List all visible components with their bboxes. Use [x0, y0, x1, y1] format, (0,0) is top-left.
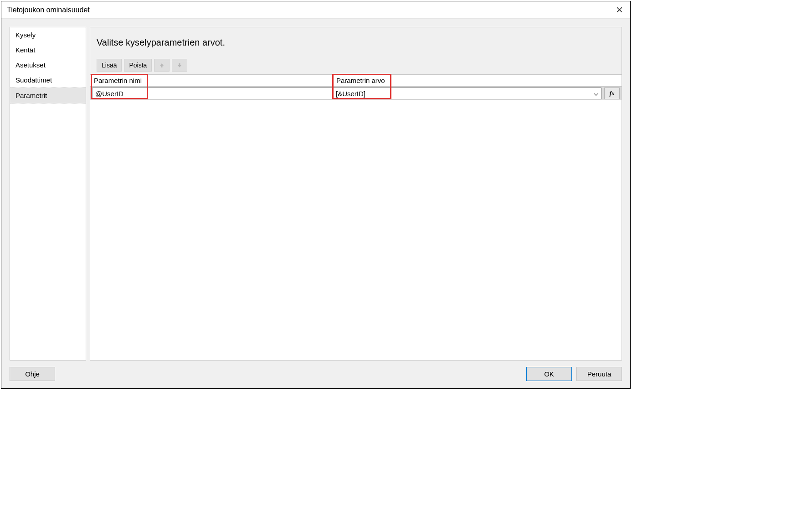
help-button[interactable]: Ohje — [10, 367, 55, 381]
dataset-properties-dialog: Tietojoukon ominaisuudet Kysely Kentät A… — [1, 1, 631, 389]
fx-icon: fx — [610, 90, 615, 97]
dialog-body: Kysely Kentät Asetukset Suodattimet Para… — [1, 19, 630, 388]
cancel-button[interactable]: Peruuta — [576, 367, 622, 381]
sidebar-item-query[interactable]: Kysely — [10, 27, 86, 42]
expression-button[interactable]: fx — [604, 88, 620, 99]
grid-header: Parametrin nimi Parametrin arvo — [90, 75, 622, 87]
arrow-down-icon — [177, 62, 182, 68]
dialog-title: Tietojoukon ominaisuudet — [7, 6, 90, 14]
dropdown-selected-value: [&UserID] — [336, 90, 365, 98]
dialog-footer: Ohje OK Peruuta — [1, 361, 630, 388]
arrow-up-icon — [159, 62, 164, 68]
delete-button[interactable]: Poista — [124, 59, 152, 72]
titlebar: Tietojoukon ominaisuudet — [1, 1, 630, 19]
content-area: Kysely Kentät Asetukset Suodattimet Para… — [1, 19, 630, 361]
close-icon — [617, 7, 622, 12]
parameter-value-dropdown[interactable]: [&UserID] — [333, 88, 601, 99]
move-down-button[interactable] — [172, 59, 187, 72]
move-up-button[interactable] — [154, 59, 170, 72]
parameters-grid: Parametrin nimi Parametrin arvo [&UserID… — [90, 74, 622, 360]
column-header-value: Parametrin arvo — [333, 75, 622, 86]
sidebar-item-parameters[interactable]: Parametrit — [10, 88, 86, 103]
cell-parameter-value: [&UserID] fx — [333, 88, 620, 99]
main-panel: Valitse kyselyparametrien arvot. Lisää P… — [90, 27, 622, 361]
add-button[interactable]: Lisää — [97, 59, 122, 72]
chevron-down-icon — [594, 90, 598, 98]
sidebar-item-fields[interactable]: Kentät — [10, 42, 86, 57]
ok-button[interactable]: OK — [526, 367, 572, 381]
panel-heading: Valitse kyselyparametrien arvot. — [90, 27, 622, 59]
parameter-name-input[interactable] — [92, 88, 333, 99]
column-header-name: Parametrin nimi — [90, 75, 333, 86]
toolbar: Lisää Poista — [90, 59, 622, 74]
close-button[interactable] — [614, 5, 625, 15]
table-row: [&UserID] fx — [90, 87, 622, 100]
sidebar: Kysely Kentät Asetukset Suodattimet Para… — [10, 27, 86, 361]
sidebar-item-filters[interactable]: Suodattimet — [10, 72, 86, 88]
cell-parameter-name — [92, 88, 333, 99]
sidebar-item-options[interactable]: Asetukset — [10, 57, 86, 72]
